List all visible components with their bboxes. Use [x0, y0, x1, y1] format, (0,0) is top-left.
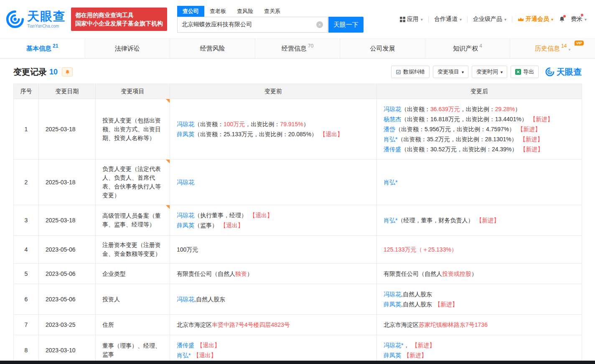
change-badge: 【退出】: [193, 352, 216, 359]
logo-text: 天眼查 TianYanCha.com: [27, 10, 66, 28]
change-item: 负责人变更（法定代表人、负责人、首席代表、合伙事务执行人等变更）: [96, 160, 170, 205]
entity-link[interactable]: 冯琼花: [177, 121, 194, 127]
row-index: 2: [14, 160, 39, 205]
after-cell: 肖弘*: [377, 160, 582, 205]
table-header: 序号 变更日期 变更项目 变更前 变更后: [14, 84, 582, 99]
search-tab-boss[interactable]: 查老板: [204, 6, 231, 17]
tab-count: 14: [561, 43, 567, 49]
row-index: 4: [14, 236, 39, 264]
tab-company-development[interactable]: 公司发展: [340, 39, 425, 58]
nav-apps[interactable]: 应用 ▾: [400, 15, 423, 23]
change-badge: 【退出】: [249, 212, 273, 219]
subscribe-bell-button[interactable]: [62, 67, 73, 76]
filter-change-time-label: 变更时间: [476, 68, 498, 76]
entity-link[interactable]: 薛凤英: [177, 222, 194, 229]
after-cell: 冯琼花,自然人股东薛凤英,自然人股东【新进】: [377, 284, 582, 315]
nav-open-vip[interactable]: 开通会员 ▾: [518, 15, 553, 23]
text-segment: ,自然人股东: [401, 301, 432, 308]
change-line: 冯琼花（出资额：100万元，出资比例：79.915%）: [177, 119, 370, 129]
entity-link[interactable]: 肖弘*: [177, 352, 191, 359]
change-item: 住所: [96, 315, 170, 335]
table-row: 82023-03-10董事（理事）、经理、监事潘传盛【退出】肖弘*【退出】冯琼花…: [14, 335, 582, 364]
change-line: 有限责任公司（自然人独资）: [177, 269, 370, 279]
clear-icon[interactable]: ×: [316, 21, 323, 28]
text-segment: （经理，董事，财务负责人）: [397, 217, 473, 224]
chevron-down-icon: ▾: [504, 17, 506, 22]
search-button[interactable]: 天眼一下: [328, 17, 364, 33]
data-correction-button[interactable]: 数据纠错: [391, 66, 430, 78]
tianyancha-logo-icon: [6, 10, 24, 28]
chevron-down-icon: ▾: [568, 47, 570, 52]
entity-link[interactable]: 冯琼花: [177, 296, 194, 303]
entity-link[interactable]: 冯琼花: [384, 106, 401, 112]
section-title: 变更记录: [13, 66, 47, 78]
entity-link[interactable]: 冯琼花*: [384, 342, 403, 349]
tianyancha-logo-icon: [545, 67, 554, 76]
nav-user[interactable]: 费米 ▾: [571, 15, 587, 23]
chevron-down-icon: ▾: [501, 70, 503, 74]
nav-enterprise[interactable]: 企业级产品 ▾: [473, 15, 506, 23]
search-tab-relation[interactable]: 查关系: [259, 6, 286, 17]
entity-link[interactable]: 潘岱: [384, 126, 395, 132]
change-line: 薛凤英（监事）【退出】: [177, 220, 370, 230]
text-segment: 北京市海淀区: [177, 321, 212, 328]
table-row: 22025-03-18负责人变更（法定代表人、负责人、首席代表、合伙事务执行人等…: [14, 160, 582, 205]
change-badge: 【新进】: [517, 126, 541, 132]
column-header-date: 变更日期: [39, 84, 96, 99]
table-row: 72023-03-25住所北京市海淀区丰贤中路7号4号楼四层4823号北京市海淀…: [14, 315, 582, 335]
entity-link[interactable]: 薛凤英: [384, 352, 401, 359]
filter-change-item-button[interactable]: 变更项目 ▾: [433, 66, 468, 78]
entity-link[interactable]: 冯琼花: [177, 179, 194, 186]
nav-notifications[interactable]: [559, 16, 565, 23]
entity-link[interactable]: 冯琼花: [177, 212, 194, 219]
tab-operation-risk[interactable]: 经营风险: [170, 39, 255, 58]
tianyancha-logo[interactable]: 天眼查 TianYanCha.com: [6, 10, 66, 28]
tab-basic-info[interactable]: 基本信息 21: [0, 39, 85, 58]
search-tab-company[interactable]: 查公司: [177, 6, 204, 17]
change-item: 高级管理人员备案（董事、监事、经理等）: [96, 205, 170, 236]
text-segment: 有限责任公司（自然人: [177, 270, 235, 277]
after-cell: 冯琼花*，【新进】薛凤英【新进】: [377, 335, 582, 364]
data-correction-label: 数据纠错: [403, 68, 425, 76]
tab-legal-litigation[interactable]: 法律诉讼: [85, 39, 170, 58]
section-header: 变更记录 10 数据纠错 变更项目 ▾ 变更时间 ▾ 导出 天眼查: [13, 65, 582, 79]
after-cell: 冯琼花（出资额：36.639万元，出资比例：29.28%）杨慧杰（出资额：16.…: [377, 99, 582, 160]
chevron-down-icon: ▾: [585, 17, 587, 22]
chevron-down-icon: ▾: [421, 17, 423, 22]
table-row: 62023-05-06投资人冯琼花,自然人股东冯琼花,自然人股东薛凤英,自然人股…: [14, 284, 582, 315]
watermark-label: 天眼查: [557, 66, 582, 78]
entity-link[interactable]: 肖弘*: [384, 179, 397, 186]
filter-change-time-button[interactable]: 变更时间 ▾: [472, 66, 507, 78]
entity-link[interactable]: 潘传盛: [384, 146, 401, 153]
export-button[interactable]: 导出: [511, 66, 539, 78]
entity-link[interactable]: 杨慧杰: [384, 116, 401, 122]
entity-link[interactable]: 薛凤英: [384, 301, 401, 308]
column-header-before: 变更前: [170, 84, 377, 99]
after-cell: 125.133万元（＋25.133%）: [377, 236, 582, 264]
correction-icon: [396, 69, 401, 75]
change-line: 肖弘*【退出】: [177, 350, 370, 360]
entity-link[interactable]: 薛凤英: [177, 131, 194, 137]
nav-cooperation[interactable]: 合作通道 ▾: [434, 15, 462, 23]
tab-operation-info[interactable]: 经营信息 70: [255, 39, 341, 58]
filter-change-item-label: 变更项目: [437, 68, 459, 76]
text-segment: （出资额：5.956万元，出资比例：4.7597%）: [395, 126, 515, 132]
corner-marker-icon: [166, 99, 170, 103]
column-header-item: 变更项目: [96, 84, 170, 99]
tab-intellectual-property[interactable]: 知识产权 4: [425, 39, 511, 58]
search-input[interactable]: [182, 21, 316, 28]
chevron-down-icon: ▾: [551, 17, 553, 22]
entity-link[interactable]: 肖弘*: [384, 136, 397, 143]
tab-history-info[interactable]: VIP 历史信息 14 ▾: [510, 39, 595, 58]
entity-link[interactable]: 潘传盛: [177, 342, 194, 349]
column-header-index: 序号: [14, 84, 39, 99]
entity-link[interactable]: 冯琼花: [384, 291, 401, 298]
entity-link[interactable]: 肖弘*: [384, 217, 397, 224]
vip-badge: VIP: [575, 41, 584, 46]
change-badge: 【新进】: [476, 217, 499, 224]
change-line: 冯琼花（执行董事，经理）【退出】: [177, 210, 370, 220]
search-tab-risk[interactable]: 查风险: [231, 6, 259, 17]
notification-dot: [563, 15, 566, 18]
change-date: 2023-03-10: [39, 335, 96, 364]
table-row: 42023-05-06注册资本变更（注册资金、资金数额等变更）100万元125.…: [14, 236, 582, 264]
